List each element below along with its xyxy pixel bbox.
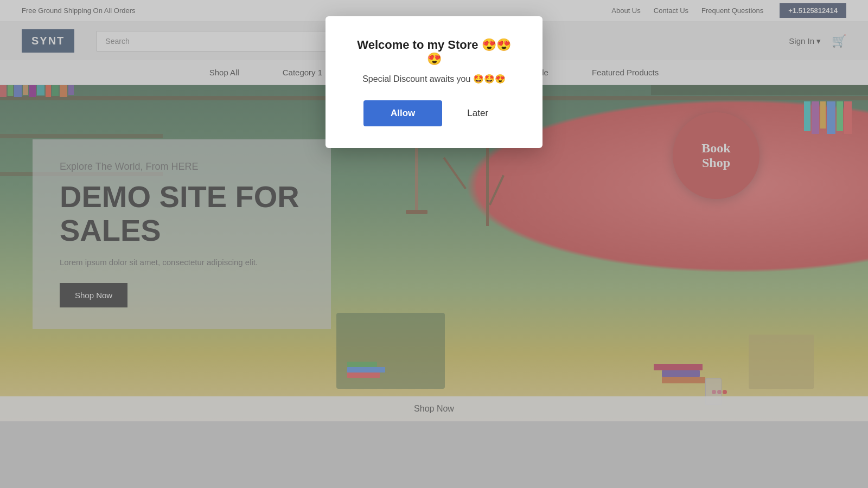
modal-dialog: Welcome to my Store 😍😍😍 Special Discount…: [326, 16, 542, 148]
modal-title: Welcome to my Store 😍😍😍: [353, 38, 515, 66]
modal-overlay: Welcome to my Store 😍😍😍 Special Discount…: [0, 0, 868, 488]
modal-subtitle: Special Discount awaits you 🤩🤩😍: [353, 74, 515, 84]
later-button[interactable]: Later: [451, 100, 505, 126]
modal-buttons: Allow Later: [353, 100, 515, 126]
allow-button[interactable]: Allow: [363, 100, 442, 126]
